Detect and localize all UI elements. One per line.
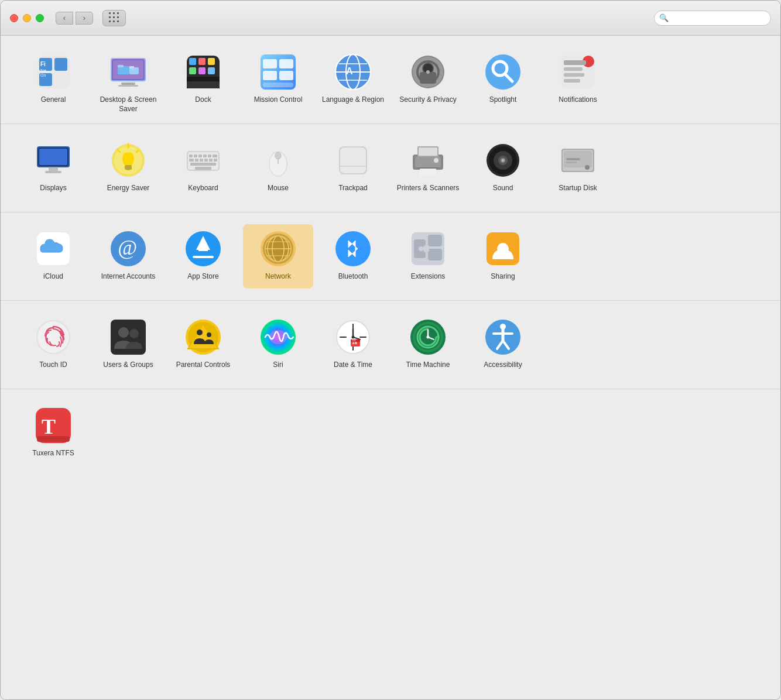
spotlight-icon (483, 52, 523, 92)
pref-item-siri[interactable]: Siri (243, 313, 313, 377)
svg-rect-74 (213, 155, 217, 157)
section-grid-hardware: Displays Energy Saver (18, 136, 763, 200)
svg-rect-20 (189, 58, 196, 65)
pref-item-time-machine[interactable]: Time Machine (393, 313, 463, 377)
parental-icon (183, 317, 223, 357)
pref-item-mouse[interactable]: Mouse (243, 136, 313, 200)
pref-item-app-store[interactable]: App Store (168, 224, 238, 289)
trackpad-icon (333, 140, 373, 180)
pref-label-notifications: Notifications (559, 95, 597, 105)
tuxera-icon: T (33, 406, 73, 445)
svg-point-124 (335, 231, 371, 266)
pref-item-extensions[interactable]: Extensions (393, 224, 463, 289)
svg-rect-53 (564, 73, 584, 77)
pref-item-notifications[interactable]: Notifications (543, 47, 613, 112)
pref-item-parental-controls[interactable]: Parental Controls (168, 313, 238, 377)
minimize-button[interactable] (23, 14, 31, 22)
pref-item-accessibility[interactable]: Accessibility (468, 313, 538, 377)
maximize-button[interactable] (36, 14, 44, 22)
svg-rect-57 (39, 149, 67, 165)
pref-label-mission-control: Mission Control (254, 95, 303, 105)
pref-item-users-groups[interactable]: Users & Groups (93, 313, 163, 377)
app-store-icon (183, 229, 223, 269)
extensions-icon (408, 229, 448, 269)
svg-rect-27 (263, 59, 277, 68)
svg-rect-12 (118, 85, 138, 87)
pref-item-displays[interactable]: Displays (18, 136, 88, 200)
pref-label-mouse: Mouse (268, 184, 289, 193)
pref-item-dock[interactable]: Dock (168, 47, 238, 112)
svg-point-96 (434, 158, 439, 163)
titlebar: ‹ › 🔍 (1, 1, 780, 36)
search-box[interactable]: 🔍 (654, 11, 771, 26)
svg-rect-19 (187, 81, 220, 88)
svg-rect-52 (564, 67, 583, 71)
pref-item-keyboard[interactable]: Keyboard (168, 136, 238, 200)
forward-button[interactable]: › (76, 12, 93, 25)
section-grid-other: T Tuxera NTFS (18, 401, 763, 465)
pref-label-trackpad: Trackpad (338, 184, 368, 193)
svg-rect-31 (263, 83, 293, 87)
svg-rect-60 (45, 171, 61, 173)
svg-text:T: T (42, 415, 56, 438)
pref-item-language-region[interactable]: A Language & Region (318, 47, 388, 112)
svg-rect-95 (420, 169, 436, 176)
svg-rect-128 (428, 249, 442, 260)
pref-label-security-privacy: Security & Privacy (399, 95, 456, 105)
close-button[interactable] (10, 14, 18, 22)
section-system: Touch ID Users & Groups Parental Control… (1, 301, 780, 389)
svg-point-135 (118, 327, 129, 338)
svg-rect-29 (263, 71, 277, 80)
energy-icon (108, 140, 148, 180)
pref-label-internet-accounts: Internet Accounts (101, 272, 156, 282)
pref-item-bluetooth[interactable]: Bluetooth (318, 224, 388, 289)
accessibility-icon (483, 317, 523, 357)
pref-item-sharing[interactable]: Sharing (468, 224, 538, 289)
nav-buttons: ‹ › (56, 12, 93, 25)
users-icon (108, 317, 148, 357)
svg-rect-129 (423, 245, 429, 252)
pref-label-touch-id: Touch ID (39, 361, 67, 370)
pref-item-sound[interactable]: Sound (468, 136, 538, 200)
svg-point-162 (427, 336, 430, 339)
pref-item-mission-control[interactable]: Mission Control (243, 47, 313, 112)
pref-item-printers-scanners[interactable]: Printers & Scanners (393, 136, 463, 200)
pref-item-spotlight[interactable]: Spotlight (468, 47, 538, 112)
pref-label-desktop-screen-saver: Desktop & Screen Saver (96, 95, 160, 114)
icloud-icon (33, 229, 73, 269)
pref-label-date-time: Date & Time (334, 361, 372, 370)
section-hardware: Displays Energy Saver (1, 124, 780, 212)
back-button[interactable]: ‹ (56, 12, 73, 25)
startup-disk-icon (558, 140, 598, 180)
search-icon: 🔍 (659, 13, 669, 22)
pref-item-security-privacy[interactable]: Security & Privacy (393, 47, 463, 112)
pref-item-startup-disk[interactable]: Startup Disk (543, 136, 613, 200)
pref-item-energy-saver[interactable]: Energy Saver (93, 136, 163, 200)
svg-rect-13 (118, 66, 129, 74)
pref-item-tuxera-ntfs[interactable]: T Tuxera NTFS (18, 401, 88, 465)
svg-rect-75 (189, 159, 194, 162)
svg-rect-82 (195, 167, 211, 170)
svg-text:A: A (346, 66, 353, 76)
pref-item-general[interactable]: Fi Ne On General (18, 47, 88, 112)
pref-label-displays: Displays (40, 184, 66, 193)
pref-item-network[interactable]: Network (243, 224, 313, 289)
svg-rect-77 (200, 159, 203, 162)
svg-rect-73 (208, 155, 211, 157)
svg-point-86 (275, 152, 281, 159)
security-icon (408, 52, 448, 92)
pref-item-date-time[interactable]: 18 JUL Date & Time (318, 313, 388, 377)
pref-item-internet-accounts[interactable]: @ Internet Accounts (93, 224, 163, 289)
pref-item-icloud[interactable]: iCloud (18, 224, 88, 289)
pref-item-trackpad[interactable]: Trackpad (318, 136, 388, 200)
pref-label-users-groups: Users & Groups (103, 361, 153, 370)
svg-rect-94 (417, 167, 439, 169)
pref-item-touch-id[interactable]: Touch ID (18, 313, 88, 377)
svg-text:Fi: Fi (40, 61, 46, 67)
grid-view-button[interactable] (102, 10, 126, 26)
svg-rect-108 (566, 162, 577, 163)
svg-rect-24 (198, 67, 205, 74)
pref-item-desktop-screen-saver[interactable]: Desktop & Screen Saver (93, 47, 163, 112)
network-icon (258, 229, 298, 269)
sound-icon (483, 140, 523, 180)
